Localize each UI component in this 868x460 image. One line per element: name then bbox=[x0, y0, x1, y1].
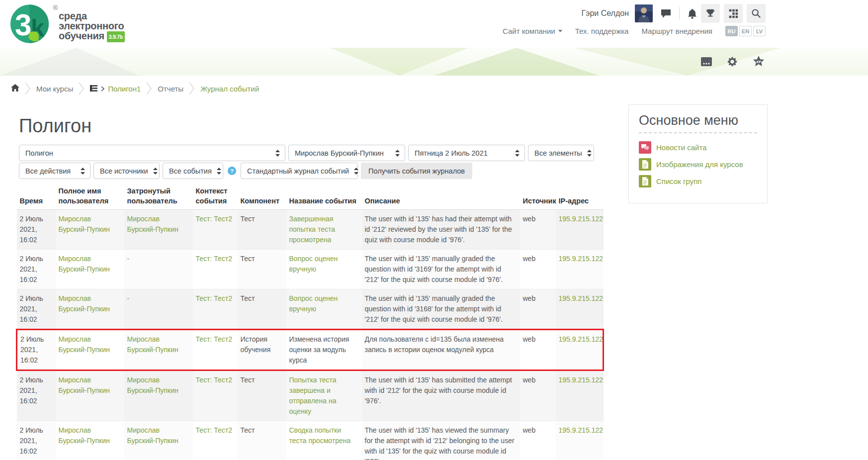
breadcrumb-current[interactable]: Журнал событий bbox=[200, 85, 259, 93]
course-expand-icon[interactable] bbox=[101, 86, 104, 92]
breadcrumb: Мои курсы Полигон1 Отчеты Журнал событий bbox=[0, 76, 868, 100]
cell-description: The user with id '135' has viewed the su… bbox=[362, 421, 520, 460]
grades-card-icon[interactable] bbox=[701, 57, 712, 66]
affected-user-link[interactable]: Мирослав Бурский-Пупкин bbox=[127, 335, 178, 354]
cell-affected: Мирослав Бурский-Пупкин bbox=[124, 370, 193, 421]
ip-link[interactable]: 195.9.215.122 bbox=[559, 294, 604, 302]
event-link[interactable]: Изменена история оценки за модуль курса bbox=[289, 335, 349, 364]
xp-star-icon[interactable]: XP bbox=[753, 56, 765, 67]
main-menu-item[interactable]: Изображения для курсов bbox=[639, 158, 757, 171]
select-arrows-icon bbox=[395, 150, 400, 157]
breadcrumb-reports[interactable]: Отчеты bbox=[158, 85, 183, 93]
cell-time: 2 Июль 2021, 16:02 bbox=[17, 250, 56, 289]
select-arrows-icon bbox=[515, 150, 520, 157]
brand-name: среда электронного обучения3.9.7b bbox=[59, 11, 125, 42]
course-list-icon[interactable] bbox=[90, 85, 97, 93]
avatar[interactable] bbox=[635, 4, 653, 22]
notifications-bell-icon[interactable] bbox=[688, 8, 697, 19]
event-link[interactable]: Завершенная попытка теста просмотрена bbox=[289, 215, 336, 244]
home-icon[interactable] bbox=[11, 84, 19, 93]
user-menu[interactable]: Гэри Селдон bbox=[582, 9, 629, 18]
version-badge: 3.9.7b bbox=[107, 31, 125, 42]
table-row: 2 Июль 2021, 16:02 Мирослав Бурский-Пупк… bbox=[17, 210, 604, 250]
table-row: 2 Июль 2021, 16:02 Мирослав Бурский-Пупк… bbox=[17, 289, 604, 330]
main-menu-item-label[interactable]: Новости сайта bbox=[656, 143, 707, 152]
affected-user-link[interactable]: Мирослав Бурский-Пупкин bbox=[127, 376, 178, 394]
context-link[interactable]: Тест: Тест2 bbox=[196, 335, 233, 343]
cell-description: The user with id '135' manually graded t… bbox=[362, 289, 520, 330]
cell-ip: 195.9.215.122 bbox=[556, 250, 604, 289]
chevron-down-icon bbox=[558, 30, 562, 32]
ip-link[interactable]: 195.9.215.122 bbox=[559, 426, 604, 434]
user-link[interactable]: Мирослав Бурский-Пупкин bbox=[59, 255, 110, 273]
top-nav-link[interactable]: Маршрут внедрения bbox=[641, 27, 712, 35]
affected-user-link[interactable]: - bbox=[127, 255, 130, 263]
cell-user: Мирослав Бурский-Пупкин bbox=[56, 210, 124, 250]
ip-link[interactable]: 195.9.215.122 bbox=[559, 335, 604, 343]
affected-user-link[interactable]: Мирослав Бурский-Пупкин bbox=[127, 426, 178, 445]
top-nav-link[interactable]: Сайт компании bbox=[503, 27, 562, 35]
affected-user-link[interactable]: Мирослав Бурский-Пупкин bbox=[127, 215, 178, 233]
top-nav-link[interactable]: Тех. поддержка bbox=[575, 27, 629, 35]
ip-link[interactable]: 195.9.215.122 bbox=[559, 255, 604, 263]
user-select[interactable]: Мирослав Бурский-Пупкин bbox=[288, 145, 405, 161]
log-reader-select[interactable]: Стандартный журнал событий bbox=[241, 163, 358, 179]
page-icon bbox=[639, 175, 651, 187]
actions-select[interactable]: Все действия bbox=[19, 163, 90, 179]
ip-link[interactable]: 195.9.215.122 bbox=[559, 376, 604, 384]
user-link[interactable]: Мирослав Бурский-Пупкин bbox=[59, 294, 110, 313]
site-logo[interactable]: 3 k ® среда электронного обучения3.9.7b bbox=[10, 3, 125, 45]
help-icon[interactable]: ? bbox=[228, 167, 236, 175]
cell-description: The user with id '135' has had their att… bbox=[362, 210, 520, 250]
user-link[interactable]: Мирослав Бурский-Пупкин bbox=[59, 426, 110, 445]
event-link[interactable]: Вопрос оценен вручную bbox=[289, 255, 338, 273]
event-link[interactable]: Сводка попытки теста просмотрена bbox=[289, 426, 351, 445]
cell-description: The user with id '135' manually graded t… bbox=[362, 250, 520, 289]
date-select[interactable]: Пятница 2 Июль 2021 bbox=[408, 145, 525, 161]
origins-select[interactable]: Все источники bbox=[93, 163, 160, 179]
event-link[interactable]: Попытка теста завершена и отправлена на … bbox=[289, 376, 337, 415]
cell-description: Для пользователя с id=135 была изменена … bbox=[362, 330, 520, 370]
context-link[interactable]: Тест: Тест2 bbox=[196, 294, 233, 302]
table-row: 2 Июль 2021, 16:02 Мирослав Бурский-Пупк… bbox=[17, 421, 604, 460]
events-select[interactable]: Все события bbox=[163, 163, 223, 179]
cell-component: Тест bbox=[238, 370, 286, 421]
cell-origin: web bbox=[520, 330, 556, 370]
ip-link[interactable]: 195.9.215.122 bbox=[559, 215, 604, 223]
user-link[interactable]: Мирослав Бурский-Пупкин bbox=[59, 215, 110, 233]
language-button[interactable]: RU bbox=[725, 26, 738, 36]
select-arrows-icon bbox=[354, 168, 358, 175]
select-arrows-icon bbox=[81, 168, 85, 175]
cell-description: The user with id '135' has submitted the… bbox=[362, 370, 520, 421]
main-menu-item-label[interactable]: Список групп bbox=[656, 177, 701, 185]
cell-time: 2 Июль 2021, 16:02 bbox=[17, 289, 56, 330]
language-button[interactable]: LV bbox=[753, 26, 766, 36]
main-menu-item[interactable]: Новости сайта bbox=[639, 141, 757, 154]
cell-ip: 195.9.215.122 bbox=[556, 289, 604, 330]
cell-ip: 195.9.215.122 bbox=[556, 210, 604, 250]
activities-select[interactable]: Все элементы bbox=[528, 145, 594, 161]
main-menu-item[interactable]: Список групп bbox=[639, 175, 757, 187]
course-select[interactable]: Полигон bbox=[19, 145, 285, 161]
cell-component: История обучения bbox=[238, 330, 286, 370]
user-link[interactable]: Мирослав Бурский-Пупкин bbox=[59, 335, 110, 354]
event-link[interactable]: Вопрос оценен вручную bbox=[289, 294, 338, 313]
context-link[interactable]: Тест: Тест2 bbox=[196, 426, 233, 434]
user-link[interactable]: Мирослав Бурский-Пупкин bbox=[59, 376, 110, 394]
cell-time: 2 Июль 2021, 16:02 bbox=[17, 210, 56, 250]
context-link[interactable]: Тест: Тест2 bbox=[196, 255, 233, 263]
cell-context: Тест: Тест2 bbox=[193, 421, 238, 460]
gear-icon[interactable] bbox=[727, 56, 738, 67]
context-link[interactable]: Тест: Тест2 bbox=[196, 215, 233, 223]
context-link[interactable]: Тест: Тест2 bbox=[196, 376, 233, 384]
apps-grid-icon[interactable] bbox=[724, 4, 743, 23]
affected-user-link[interactable]: - bbox=[127, 294, 130, 302]
search-icon[interactable] bbox=[747, 4, 766, 23]
achievements-trophy-icon[interactable] bbox=[701, 4, 720, 23]
breadcrumb-course[interactable]: Полигон1 bbox=[108, 85, 141, 93]
breadcrumb-my-courses[interactable]: Мои курсы bbox=[36, 85, 73, 93]
language-button[interactable]: EN bbox=[739, 26, 752, 36]
messages-icon[interactable] bbox=[661, 8, 671, 18]
get-logs-button[interactable]: Получить события журналов bbox=[361, 163, 472, 179]
main-menu-item-label[interactable]: Изображения для курсов bbox=[656, 160, 743, 169]
